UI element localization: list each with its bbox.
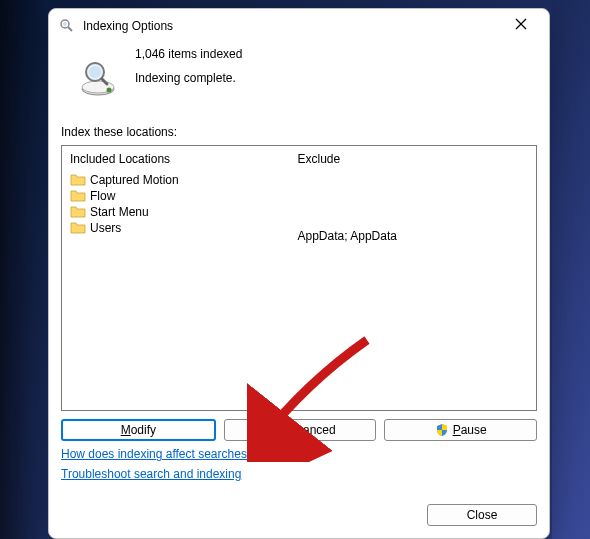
pause-button[interactable]: Pause: [384, 419, 537, 441]
close-dialog-button[interactable]: Close: [427, 504, 537, 526]
indexed-count: 1,046 items indexed: [135, 47, 537, 61]
dialog-title: Indexing Options: [83, 19, 501, 33]
help-link-troubleshoot[interactable]: Troubleshoot search and indexing: [61, 467, 241, 481]
list-item[interactable]: Start Menu: [68, 204, 284, 220]
close-button[interactable]: [501, 10, 541, 38]
indexing-state: Indexing complete.: [135, 71, 537, 85]
titlebar: Indexing Options: [49, 9, 549, 41]
locations-label: Index these locations:: [61, 125, 537, 139]
close-icon: [515, 18, 527, 30]
folder-icon: [70, 173, 86, 187]
dialog-content: 1,046 items indexed Indexing complete. I…: [49, 41, 549, 496]
svg-point-7: [107, 88, 112, 93]
folder-icon: [70, 221, 86, 235]
status-row: 1,046 items indexed Indexing complete.: [61, 41, 537, 107]
exclude-column: Exclude AppData; AppData: [290, 146, 536, 410]
included-column: Included Locations Captured Motion Flow …: [62, 146, 290, 410]
list-item[interactable]: Captured Motion: [68, 172, 284, 188]
exclude-header: Exclude: [296, 150, 530, 168]
svg-line-1: [68, 27, 72, 31]
help-links: How does indexing affect searches? Troub…: [61, 447, 537, 487]
included-header: Included Locations: [68, 150, 284, 168]
list-item[interactable]: Flow: [68, 188, 284, 204]
list-item-label: Flow: [90, 189, 115, 203]
advanced-button[interactable]: Advanced: [224, 419, 377, 441]
shield-icon: [264, 423, 278, 437]
list-item-label: Captured Motion: [90, 173, 179, 187]
magnifier-drive-icon: [61, 45, 135, 99]
exclude-value: AppData; AppData: [296, 228, 530, 244]
indexing-options-dialog: Indexing Options 1,046 items ind: [48, 8, 550, 539]
status-text: 1,046 items indexed Indexing complete.: [135, 45, 537, 99]
locations-list[interactable]: Included Locations Captured Motion Flow …: [61, 145, 537, 411]
folder-icon: [70, 189, 86, 203]
shield-icon: [435, 423, 449, 437]
list-item-label: Users: [90, 221, 121, 235]
modify-button[interactable]: Modify: [61, 419, 216, 441]
folder-icon: [70, 205, 86, 219]
help-link-how[interactable]: How does indexing affect searches?: [61, 447, 254, 461]
svg-point-9: [89, 66, 101, 78]
svg-point-2: [63, 22, 67, 26]
button-row: Modify Advanced Pause: [61, 419, 537, 441]
dialog-footer: Close: [49, 496, 549, 538]
close-label: Close: [467, 508, 498, 522]
list-item[interactable]: Users: [68, 220, 284, 236]
list-item-label: Start Menu: [90, 205, 149, 219]
indexing-options-icon: [59, 18, 75, 34]
